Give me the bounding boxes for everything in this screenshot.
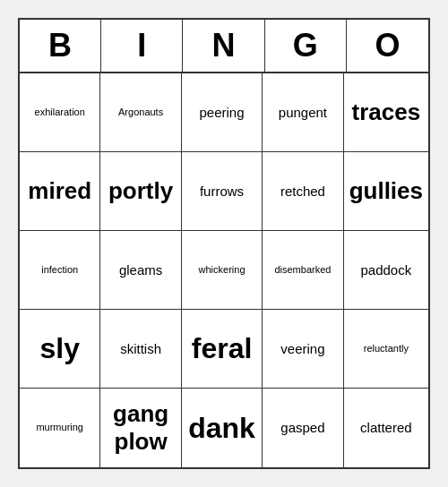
header-letter: I <box>101 20 183 72</box>
bingo-cell[interactable]: peering <box>182 73 263 152</box>
bingo-cell[interactable]: clattered <box>344 389 428 467</box>
bingo-cell[interactable]: sly <box>20 310 100 389</box>
cell-text: traces <box>352 98 421 126</box>
cell-text: feral <box>192 331 253 365</box>
cell-text: gasped <box>280 420 324 436</box>
cell-text: furrows <box>200 184 244 200</box>
cell-text: dank <box>188 411 255 445</box>
bingo-cell[interactable]: furrows <box>182 152 263 231</box>
bingo-cell[interactable]: gullies <box>344 152 428 231</box>
cell-text: Argonauts <box>118 107 163 118</box>
header-letter: O <box>347 20 428 72</box>
cell-text: pungent <box>279 105 327 121</box>
bingo-cell[interactable]: traces <box>344 73 428 152</box>
bingo-cell[interactable]: dank <box>182 389 263 467</box>
cell-text: portly <box>108 177 173 205</box>
cell-text: gleams <box>119 262 162 278</box>
bingo-grid: exhilarationArgonautspeeringpungenttrace… <box>20 73 428 467</box>
cell-text: paddock <box>360 262 411 278</box>
bingo-cell[interactable]: pungent <box>263 73 343 152</box>
bingo-cell[interactable]: mired <box>20 152 100 231</box>
header-letter: G <box>265 20 347 72</box>
cell-text: exhilaration <box>35 107 85 118</box>
cell-text: clattered <box>360 420 412 436</box>
cell-text: reluctantly <box>364 343 409 355</box>
header-letter: N <box>183 20 264 72</box>
bingo-cell[interactable]: murmuring <box>20 389 100 467</box>
bingo-cell[interactable]: exhilaration <box>20 73 100 152</box>
bingo-cell[interactable]: gang plow <box>100 389 181 467</box>
cell-text: peering <box>199 105 244 121</box>
bingo-cell[interactable]: veering <box>263 310 343 389</box>
cell-text: disembarked <box>274 264 331 276</box>
bingo-cell[interactable]: gleams <box>100 231 181 310</box>
cell-text: whickering <box>199 264 246 276</box>
cell-text: skittish <box>120 341 161 357</box>
bingo-card: BINGO exhilarationArgonautspeeringpungen… <box>18 18 430 469</box>
cell-text: sly <box>39 331 79 365</box>
bingo-cell[interactable]: feral <box>182 310 263 389</box>
bingo-cell[interactable]: reluctantly <box>344 310 428 389</box>
cell-text: murmuring <box>36 422 83 433</box>
header-letter: B <box>20 20 101 72</box>
bingo-cell[interactable]: paddock <box>344 231 428 310</box>
bingo-cell[interactable]: whickering <box>182 231 263 310</box>
bingo-cell[interactable]: skittish <box>100 310 181 389</box>
cell-text: gang plow <box>106 400 175 456</box>
cell-text: veering <box>280 341 324 357</box>
cell-text: infection <box>41 264 78 276</box>
bingo-header: BINGO <box>20 20 428 73</box>
bingo-cell[interactable]: gasped <box>263 389 343 467</box>
cell-text: gullies <box>349 177 423 205</box>
bingo-cell[interactable]: retched <box>263 152 343 231</box>
bingo-cell[interactable]: disembarked <box>263 231 343 310</box>
bingo-cell[interactable]: Argonauts <box>100 73 181 152</box>
bingo-cell[interactable]: portly <box>100 152 181 231</box>
bingo-cell[interactable]: infection <box>20 231 100 310</box>
cell-text: mired <box>28 177 91 205</box>
cell-text: retched <box>280 184 325 200</box>
